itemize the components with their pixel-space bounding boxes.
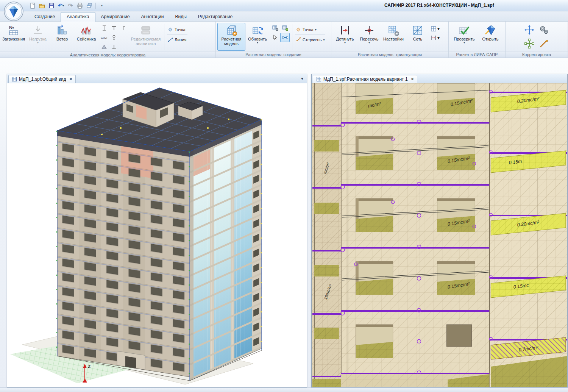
model-point-icon <box>296 27 301 32</box>
perpendicular-button[interactable] <box>109 42 119 52</box>
dimension-line-icon <box>101 25 107 31</box>
move-nodes-button[interactable] <box>523 24 535 36</box>
save-button[interactable] <box>47 1 56 10</box>
model-bar-tool-button[interactable] <box>280 33 290 42</box>
model-point-caret: ▾ <box>315 28 317 31</box>
table-gear-icon <box>272 25 279 31</box>
mesh-viewport[interactable]: 0.15mc/m² 0.20mc/m² 0.15mc/m² 0.15m 0.15… <box>312 83 567 387</box>
model-bar-button[interactable]: Стержень ▾ <box>294 35 326 44</box>
open-lira-button[interactable]: Открыть <box>478 23 502 51</box>
group2-label: Расчетная модель: создание <box>216 51 331 58</box>
edit-element-button[interactable] <box>538 38 550 49</box>
load-button[interactable]: Нагрузка ▾ <box>26 23 50 51</box>
stiffness-c1c2-button[interactable]: C₁C₂ <box>99 33 109 42</box>
redo-button[interactable]: ↷ <box>66 1 75 10</box>
regenerate-button[interactable] <box>538 24 550 36</box>
doc-window-calc-model: МдП_1.spf:Расчетная модель вариант 1 × <box>311 74 568 387</box>
print-button[interactable] <box>75 1 84 10</box>
loads-button[interactable]: № Загружения <box>2 23 26 51</box>
triangulation-settings-icon <box>387 24 400 37</box>
model-bar-caret: ▾ <box>323 38 325 42</box>
undo-caret: ▾ <box>62 4 64 7</box>
calc-model-label: Расчетная модель <box>218 37 245 46</box>
doc-tab-calc-model[interactable]: МдП_1.spf:Расчетная модель вариант 1 × <box>313 75 417 83</box>
perpendicular-icon <box>111 44 117 50</box>
seismic-button[interactable]: Сейсмика <box>74 23 98 51</box>
analytic-tools-grid: C₁C₂ <box>98 23 129 52</box>
quick-access-toolbar: ↶▾ ↷ ▾ <box>28 1 106 10</box>
hatch-triangle-button[interactable] <box>99 42 109 52</box>
analytic-point-button[interactable]: Точка <box>166 25 189 34</box>
vertical-axis-button[interactable] <box>119 23 128 33</box>
undo-button[interactable]: ↶▾ <box>56 1 66 10</box>
mesh-spacing-button[interactable]: ▾ <box>431 35 440 41</box>
dimension-line-button[interactable] <box>99 23 109 33</box>
doc-close-icon[interactable]: × <box>411 77 414 82</box>
group1-separator <box>164 24 164 50</box>
analytic-line-button[interactable]: Линия <box>166 35 189 44</box>
analytic-line-label: Линия <box>175 37 187 42</box>
doc-window-general-view: МдП_1.spf:Общий вид × ▼ <box>7 74 307 387</box>
doc-tabbar-left: МдП_1.spf:Общий вид × ▼ <box>7 74 307 83</box>
redo-icon: ↷ <box>68 3 73 8</box>
tab-views[interactable]: Виды <box>169 12 192 21</box>
model-point-button[interactable]: Точка ▾ <box>294 25 326 34</box>
extend-button[interactable]: Дотянуть ▾ <box>333 23 357 51</box>
print-icon <box>76 2 83 9</box>
hatch-triangle-icon <box>101 44 107 50</box>
mesh-grid-icon <box>431 26 437 32</box>
open-button[interactable] <box>37 1 47 10</box>
move-mesh-button[interactable] <box>523 38 535 49</box>
doc-close-icon[interactable]: × <box>70 77 72 82</box>
line-icon <box>168 37 173 42</box>
group4-label: Расчет в ЛИРА-САПР <box>449 51 505 58</box>
table-gear2-icon <box>282 25 289 31</box>
model-3d-viewport[interactable]: Z <box>7 83 307 387</box>
status-bar <box>0 387 568 392</box>
tab-annotations[interactable]: Аннотации <box>135 12 169 21</box>
check-button[interactable]: Проверить ▾ <box>450 23 478 51</box>
qat-customize-caret: ▾ <box>101 4 103 7</box>
calc-model-button[interactable]: Расчетная модель <box>217 23 245 51</box>
model-point-bar-column: Точка ▾ Стержень ▾ <box>294 23 326 44</box>
wind-button[interactable]: Ветер <box>50 23 74 51</box>
window-layout-button[interactable] <box>85 1 94 10</box>
tab-editing[interactable]: Редактирование <box>192 12 238 21</box>
mesh-grid-button[interactable]: ▾ <box>431 26 440 32</box>
doc-list-dropdown-button[interactable]: ▼ <box>299 76 306 82</box>
editable-analytics-button[interactable]: Редактируемая аналитика <box>129 23 162 51</box>
qat-separator <box>95 3 96 9</box>
qat-customize-button[interactable]: ▾ <box>97 1 106 10</box>
doc-tab-label: МдП_1.spf:Расчетная модель вариант 1 <box>323 77 408 82</box>
doc-tab-general-view[interactable]: МдП_1.spf:Общий вид × <box>8 75 76 83</box>
cursor-icon <box>272 34 279 41</box>
triangulation-settings-button[interactable]: Настройки <box>381 23 406 51</box>
app-menu-button[interactable] <box>4 2 23 21</box>
tab-reinforcement[interactable]: Армирование <box>95 12 136 21</box>
triangulation-side-tools: ▾ ▾ <box>430 23 440 41</box>
update-model-button[interactable]: Обновить ▾ <box>245 23 270 51</box>
mesh-spacing-caret: ▾ <box>437 35 440 41</box>
group1-label: Аналитическая модель: корректировка <box>0 52 215 58</box>
ribbon-tab-row: Создание Аналитика Армирование Аннотации… <box>0 11 568 22</box>
net-label: Сеть <box>413 37 422 41</box>
intersect-button[interactable]: Пересечь ▾ <box>357 23 381 51</box>
model-table-gear2-button[interactable] <box>280 23 290 33</box>
new-document-button[interactable] <box>28 1 37 10</box>
undo-icon: ↶ <box>58 3 63 8</box>
model-pointer-button[interactable] <box>270 33 280 42</box>
hanger-icon <box>111 34 117 41</box>
tab-analytics[interactable]: Аналитика <box>61 12 95 22</box>
net-button[interactable]: Сеть <box>406 23 430 51</box>
gears-icon <box>539 25 549 35</box>
ribbon-group-triangulation: Дотянуть ▾ Пересечь ▾ Настройки Сеть ▾ ▾… <box>331 22 449 58</box>
model-table-settings-button[interactable] <box>270 23 280 33</box>
save-icon <box>48 2 55 9</box>
hanger-button[interactable] <box>109 33 119 42</box>
group5-label: Корректировка <box>506 51 568 58</box>
support-t-button[interactable] <box>109 23 119 33</box>
calc-model-icon <box>225 24 238 37</box>
update-caret: ▾ <box>257 41 258 44</box>
tab-create[interactable]: Создание <box>29 12 61 21</box>
ribbon-group-correction: Корректировка <box>506 22 568 58</box>
